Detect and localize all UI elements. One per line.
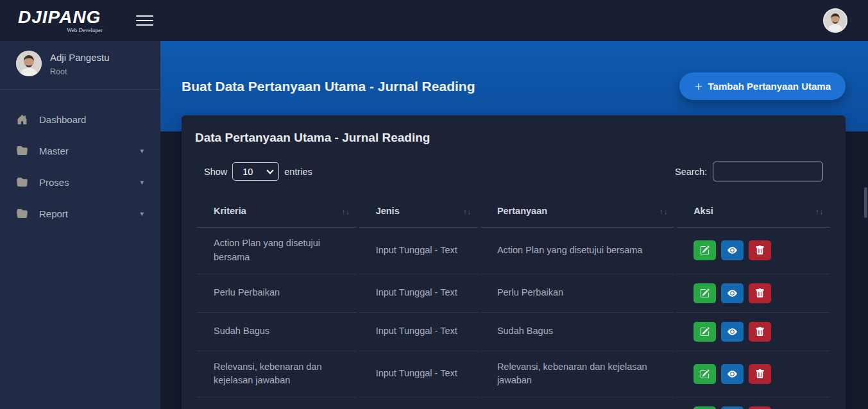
row-actions: [694, 240, 824, 260]
main-content: Buat Data Pertanyaan Utama - Jurnal Read…: [160, 41, 868, 409]
sidebar-user-panel: Adji Pangestu Root: [0, 41, 160, 90]
trash-icon: [755, 246, 765, 255]
plus-icon: [694, 82, 703, 91]
cell-aksi: [677, 313, 830, 351]
card-title: Data Pertanyaan Utama - Jurnal Reading: [195, 131, 833, 145]
view-button[interactable]: [721, 364, 744, 384]
chevron-down-icon: ▾: [140, 210, 144, 218]
edit-button[interactable]: [694, 240, 716, 260]
cell-pertanyaan: Perlu Perbaikan: [481, 274, 674, 313]
add-pertanyaan-button[interactable]: Tambah Pertanyaan Utama: [679, 72, 846, 100]
cell-aksi: [677, 228, 830, 274]
sidebar-item-label: Report: [39, 208, 140, 219]
trash-icon: [755, 327, 765, 337]
column-header-kriteria[interactable]: Kriteria ↑↓: [197, 197, 357, 228]
user-avatar[interactable]: [823, 8, 847, 33]
entries-select[interactable]: 10: [232, 162, 279, 181]
sidebar-user-meta: Adji Pangestu Root: [50, 51, 110, 76]
hamburger-menu-icon[interactable]: [136, 12, 153, 29]
cell-pertanyaan: Action Plan yang disetujui bersama: [481, 228, 674, 274]
eye-icon: [728, 288, 737, 298]
table-row: Input Tunggal -: [197, 397, 830, 409]
folder-icon: [17, 177, 28, 188]
column-label: Pertanyaan: [497, 206, 547, 216]
sidebar-item-report[interactable]: Report ▾: [0, 198, 160, 230]
eye-icon: [728, 327, 737, 337]
user-role: Root: [50, 67, 110, 76]
edit-button[interactable]: [694, 364, 716, 384]
sidebar-item-label: Master: [39, 146, 140, 156]
view-button[interactable]: [721, 322, 744, 342]
column-header-pertanyaan[interactable]: Pertanyaan ↑↓: [481, 197, 674, 228]
sidebar-item-label: Dashboard: [39, 114, 144, 125]
delete-button[interactable]: [749, 364, 771, 384]
cell-pertanyaan: Sudah Bagus: [481, 313, 674, 351]
scrollbar-track[interactable]: [864, 41, 868, 409]
pencil-square-icon: [700, 288, 710, 298]
edit-button[interactable]: [694, 406, 716, 409]
search-label: Search:: [675, 167, 707, 177]
trash-icon: [755, 288, 765, 298]
column-label: Kriteria: [214, 206, 246, 216]
table-row: Action Plan yang disetujui bersama Input…: [197, 228, 830, 274]
sidebar-user-avatar: [16, 51, 42, 76]
add-button-label: Tambah Pertanyaan Utama: [708, 81, 831, 92]
chevron-down-icon: ▾: [140, 147, 144, 155]
avatar-image: [824, 10, 846, 31]
column-header-aksi[interactable]: Aksi ↑↓: [677, 197, 830, 228]
folder-icon: [17, 146, 28, 157]
search-input[interactable]: [713, 162, 823, 181]
row-actions: [694, 322, 824, 342]
sidebar-item-label: Proses: [39, 177, 140, 188]
table-controls: Show 10 entries Search:: [194, 162, 833, 181]
cell-kriteria: Action Plan yang disetujui bersama: [197, 228, 357, 274]
cell-kriteria: Sudah Bagus: [197, 313, 357, 351]
cell-kriteria: Relevansi, kebenaran dan kejelasan jawab…: [197, 351, 357, 398]
cell-pertanyaan: Relevansi, kebenaran dan kejelasan jawab…: [481, 351, 674, 398]
view-button[interactable]: [721, 406, 744, 409]
sidebar-item-master[interactable]: Master ▾: [0, 135, 160, 167]
column-label: Jenis: [376, 206, 400, 216]
sidebar: Adji Pangestu Root Dashboard Master ▾: [0, 41, 160, 409]
page-title: Buat Data Pertanyaan Utama - Jurnal Read…: [182, 79, 475, 94]
sidebar-menu: Dashboard Master ▾ Proses ▾ Rep: [0, 90, 160, 230]
eye-icon: [728, 369, 737, 379]
cell-jenis: Input Tunggal - Text: [359, 351, 478, 398]
cell-jenis: Input Tunggal - Text: [359, 313, 478, 351]
logo-title: DJIPANG: [18, 8, 106, 26]
eye-icon: [728, 246, 737, 255]
pencil-square-icon: [700, 327, 710, 337]
view-button[interactable]: [721, 240, 744, 260]
row-actions: [694, 364, 824, 384]
view-button[interactable]: [721, 283, 744, 303]
sidebar-item-proses[interactable]: Proses ▾: [0, 167, 160, 198]
column-header-jenis[interactable]: Jenis ↑↓: [359, 197, 478, 228]
trash-icon: [755, 369, 765, 379]
delete-button[interactable]: [749, 283, 771, 303]
edit-button[interactable]: [694, 283, 716, 303]
scrollbar-thumb[interactable]: [864, 187, 867, 218]
length-select-wrap: 10: [232, 162, 279, 181]
edit-button[interactable]: [694, 322, 716, 342]
home-icon: [17, 114, 28, 126]
table-body: Action Plan yang disetujui bersama Input…: [197, 228, 830, 409]
sort-icon: ↑↓: [342, 208, 350, 215]
column-label: Aksi: [694, 206, 713, 216]
cell-jenis: Input Tunggal -: [359, 397, 478, 409]
cell-aksi: [677, 274, 830, 313]
cell-aksi: [677, 397, 830, 409]
sidebar-item-dashboard[interactable]: Dashboard: [0, 104, 160, 135]
sort-icon: ↑↓: [660, 208, 668, 215]
cell-jenis: Input Tunggal - Text: [359, 228, 478, 274]
data-card: Data Pertanyaan Utama - Jurnal Reading S…: [182, 115, 846, 409]
length-suffix-label: entries: [284, 167, 312, 177]
app-logo[interactable]: DJIPANG Web Developer: [18, 8, 106, 33]
cell-kriteria: Perlu Perbaikan: [197, 274, 357, 313]
delete-button[interactable]: [749, 240, 771, 260]
delete-button[interactable]: [749, 406, 771, 409]
row-actions: [694, 283, 824, 303]
delete-button[interactable]: [749, 322, 771, 342]
table-row: Perlu Perbaikan Input Tunggal - Text Per…: [197, 274, 830, 313]
folder-icon: [17, 208, 28, 220]
cell-pertanyaan: [481, 397, 674, 409]
